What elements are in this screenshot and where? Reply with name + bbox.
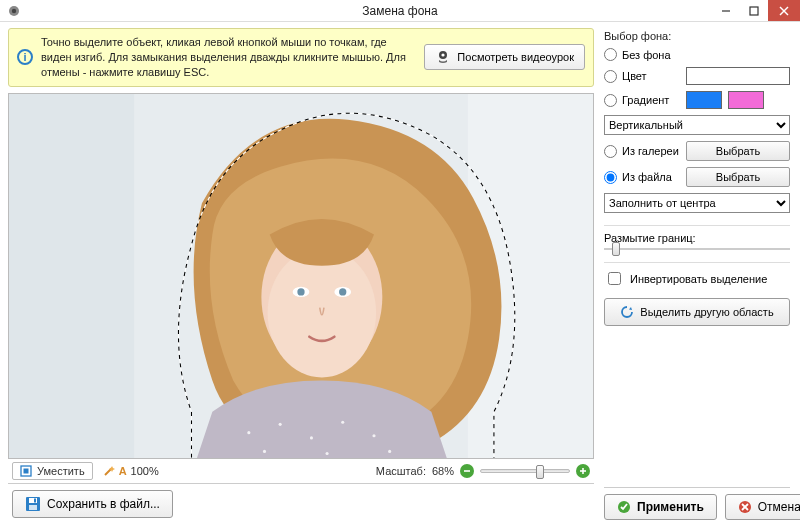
zoom-controls: Масштаб: 68%	[376, 464, 590, 478]
svg-point-20	[341, 420, 344, 423]
zoom-in-button[interactable]	[576, 464, 590, 478]
apply-label: Применить	[637, 500, 704, 514]
zoom-label: Масштаб:	[376, 465, 426, 477]
opt-nobg-label: Без фона	[622, 49, 671, 61]
separator	[604, 225, 790, 226]
app-icon	[6, 3, 22, 19]
svg-rect-34	[34, 499, 36, 503]
svg-rect-27	[24, 469, 29, 474]
svg-point-1	[12, 8, 16, 12]
close-button[interactable]	[768, 0, 800, 21]
reselect-area-button[interactable]: Выделить другую область	[604, 298, 790, 326]
option-from-file[interactable]: Из файла Выбрать	[604, 167, 790, 187]
window-controls	[712, 0, 800, 21]
watch-video-label: Посмотреть видеоурок	[457, 51, 574, 63]
svg-point-18	[279, 422, 282, 425]
option-gradient[interactable]: Градиент	[604, 91, 790, 109]
zoom-slider[interactable]	[480, 469, 570, 473]
gradient-color-b[interactable]	[728, 91, 764, 109]
auto-zoom-indicator: A 100%	[103, 465, 159, 477]
watch-video-button[interactable]: Посмотреть видеоурок	[424, 44, 585, 70]
right-panel: Выбор фона: Без фона Цвет Градиент Верти…	[600, 22, 800, 526]
save-label: Сохранить в файл...	[47, 497, 160, 511]
option-color[interactable]: Цвет	[604, 67, 790, 85]
gradient-type-select[interactable]: Вертикальный	[604, 115, 790, 135]
invert-selection-checkbox[interactable]: Инвертировать выделение	[604, 269, 790, 288]
check-icon	[617, 500, 631, 514]
svg-point-19	[310, 436, 313, 439]
bottom-bar: Сохранить в файл...	[8, 483, 594, 520]
blur-slider[interactable]	[604, 248, 790, 250]
svg-rect-33	[29, 505, 37, 510]
apply-button[interactable]: Применить	[604, 494, 717, 520]
opt-gradient-label: Градиент	[622, 94, 669, 106]
titlebar: Замена фона	[0, 0, 800, 22]
svg-point-16	[339, 288, 346, 295]
svg-point-22	[263, 449, 266, 452]
bg-section-title: Выбор фона:	[604, 30, 790, 42]
opt-file-label: Из файла	[622, 171, 672, 183]
invert-label: Инвертировать выделение	[630, 273, 767, 285]
left-panel: i Точно выделите объект, кликая левой кн…	[0, 22, 600, 526]
info-icon: i	[17, 49, 33, 65]
cancel-label: Отмена	[758, 500, 800, 514]
svg-point-12	[268, 248, 376, 377]
tip-text: Точно выделите объект, кликая левой кноп…	[41, 35, 416, 80]
tip-bar: i Точно выделите объект, кликая левой кн…	[8, 28, 594, 87]
window-title: Замена фона	[0, 4, 800, 18]
blur-label: Размытие границ:	[604, 232, 790, 244]
opt-color-label: Цвет	[622, 70, 647, 82]
svg-rect-9	[9, 94, 134, 458]
maximize-button[interactable]	[740, 0, 768, 21]
option-from-gallery[interactable]: Из галереи Выбрать	[604, 141, 790, 161]
svg-point-15	[297, 288, 304, 295]
auto-prefix: A	[119, 465, 127, 477]
svg-rect-3	[750, 7, 758, 15]
wand-icon	[103, 465, 115, 477]
opt-gallery-label: Из галереи	[622, 145, 679, 157]
option-no-background[interactable]: Без фона	[604, 48, 790, 61]
floppy-icon	[25, 496, 41, 512]
zoom-out-button[interactable]	[460, 464, 474, 478]
auto-value: 100%	[131, 465, 159, 477]
minimize-button[interactable]	[712, 0, 740, 21]
svg-point-7	[442, 54, 445, 57]
svg-point-24	[388, 449, 391, 452]
webcam-icon	[435, 50, 451, 64]
gradient-color-a[interactable]	[686, 91, 722, 109]
svg-point-23	[326, 451, 329, 454]
canvas-toolbar: Уместить A 100% Масштаб: 68%	[8, 459, 594, 483]
svg-point-17	[247, 431, 250, 434]
fit-button[interactable]: Уместить	[12, 462, 93, 480]
file-choose-button[interactable]: Выбрать	[686, 167, 790, 187]
color-swatch[interactable]	[686, 67, 790, 85]
save-to-file-button[interactable]: Сохранить в файл...	[12, 490, 173, 518]
separator	[604, 262, 790, 263]
image-canvas[interactable]	[8, 93, 594, 459]
zoom-value: 68%	[432, 465, 454, 477]
fit-label: Уместить	[37, 465, 85, 477]
cancel-icon	[738, 500, 752, 514]
fill-mode-select[interactable]: Заполнить от центра	[604, 193, 790, 213]
gallery-choose-button[interactable]: Выбрать	[686, 141, 790, 161]
cancel-button[interactable]: Отмена	[725, 494, 800, 520]
fit-icon	[20, 465, 32, 477]
refresh-icon	[620, 305, 634, 319]
reselect-label: Выделить другую область	[640, 306, 773, 318]
svg-point-21	[372, 434, 375, 437]
